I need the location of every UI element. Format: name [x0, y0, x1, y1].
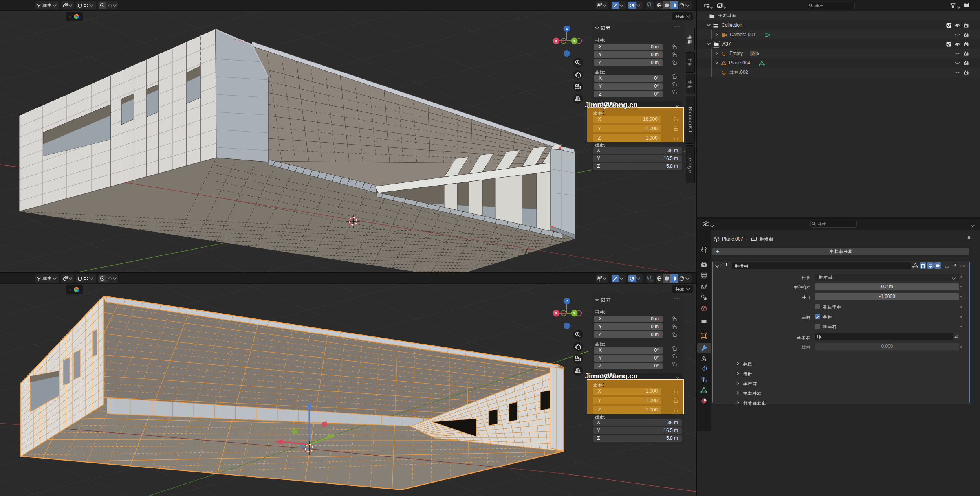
svg-text:Z: Z	[566, 26, 568, 31]
svg-text:Y: Y	[573, 39, 576, 43]
svg-text:Y: Y	[573, 311, 576, 315]
svg-text:X: X	[555, 311, 558, 315]
svg-text:Z: Z	[566, 299, 568, 303]
svg-text:X: X	[555, 39, 558, 43]
